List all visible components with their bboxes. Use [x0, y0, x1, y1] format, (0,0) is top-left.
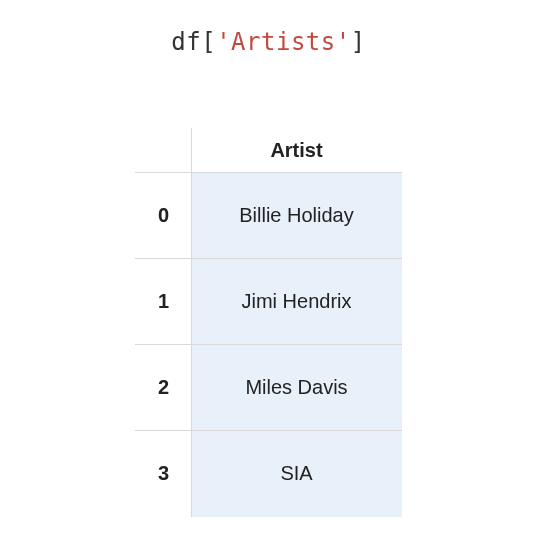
- dataframe-table: Artist 0 Billie Holiday 1 Jimi Hendrix 2…: [135, 128, 402, 517]
- table-corner-cell: [136, 129, 192, 173]
- row-index: 2: [136, 345, 192, 431]
- code-prefix: df[: [171, 28, 216, 56]
- cell-value: Billie Holiday: [192, 173, 402, 259]
- table-row: 0 Billie Holiday: [136, 173, 402, 259]
- code-expression: df['Artists']: [171, 28, 365, 56]
- row-index: 0: [136, 173, 192, 259]
- code-string-literal: 'Artists': [216, 28, 351, 56]
- table-row: 1 Jimi Hendrix: [136, 259, 402, 345]
- cell-value: Jimi Hendrix: [192, 259, 402, 345]
- code-suffix: ]: [351, 28, 366, 56]
- column-header-artist: Artist: [192, 129, 402, 173]
- cell-value: SIA: [192, 431, 402, 517]
- row-index: 1: [136, 259, 192, 345]
- dataframe-table-wrap: Artist 0 Billie Holiday 1 Jimi Hendrix 2…: [135, 128, 402, 517]
- cell-value: Miles Davis: [192, 345, 402, 431]
- table-row: 3 SIA: [136, 431, 402, 517]
- table-row: 2 Miles Davis: [136, 345, 402, 431]
- row-index: 3: [136, 431, 192, 517]
